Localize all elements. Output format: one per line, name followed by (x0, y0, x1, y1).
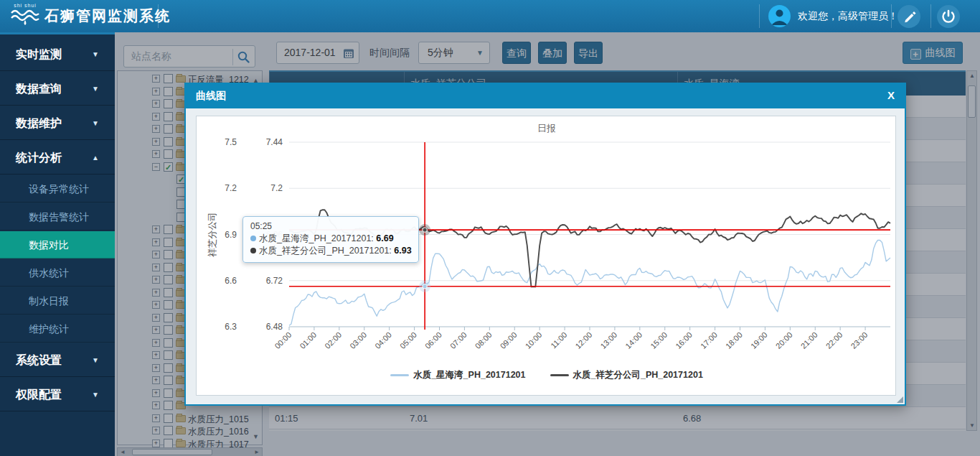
y-axis2-tick-label: 7.2 (270, 183, 283, 193)
sidebar-item-label: 系统设置 (16, 354, 62, 366)
tooltip-row: 水质_祥芝分公司_PH_20171201: 6.93 (250, 245, 411, 257)
x-axis-tick-label: 02:00 (323, 330, 343, 350)
y-axis-tick-label: 7.5 (225, 137, 237, 147)
chevron-down-icon: ▼ (92, 343, 99, 377)
x-axis-tick-label: 20:00 (774, 330, 794, 350)
sidebar-item-label: 设备异常统计 (29, 183, 89, 195)
user-avatar-icon[interactable] (768, 5, 791, 27)
legend-label: 水质_祥芝分公司_PH_20171201 (573, 369, 703, 381)
sidebar-item-label: 制水日报 (29, 295, 69, 307)
sidebar-item-label: 实时监测 (16, 48, 62, 60)
resize-grip-icon[interactable] (897, 396, 903, 403)
tooltip-row: 水质_星海湾_PH_20171201: 6.69 (250, 233, 411, 245)
x-axis-tick-label: 11:00 (549, 330, 568, 350)
close-icon[interactable]: X (887, 89, 895, 101)
modal-title: 曲线图 (196, 90, 226, 103)
series-dot-icon (250, 236, 256, 241)
x-axis-tick-label: 01:00 (298, 330, 318, 350)
x-axis-tick-label: 19:00 (749, 330, 769, 350)
x-axis-tick-label: 16:00 (674, 330, 694, 350)
tooltip-time: 05:25 (250, 221, 411, 231)
app-logo-waves-icon: shi shui (10, 3, 40, 30)
sidebar-item-label: 供水统计 (29, 267, 69, 279)
chevron-down-icon: ▼ (92, 106, 99, 140)
x-axis-tick-label: 04:00 (373, 330, 393, 350)
app-root: shi shui 石狮管网监测系统 欢迎您，高级管理员！ (0, 0, 980, 456)
curve-chart-modal: 曲线图 X 日报 7.57.26.96.66.37.447.26.966.726… (184, 83, 906, 406)
sidebar-subitem-5[interactable]: 数据告警统计 (0, 203, 115, 231)
x-axis-tick-label: 17:00 (699, 330, 719, 350)
series-dot-icon (250, 248, 256, 253)
sidebar-item-label: 数据查询 (16, 83, 62, 95)
x-axis-tick-label: 23:00 (849, 330, 870, 350)
sidebar-subitem-6[interactable]: 数据对比 (0, 231, 115, 259)
y-axis-tick-label: 7.2 (225, 183, 237, 193)
y-axis-tick-label: 6.9 (225, 230, 237, 240)
sidebar-item-label: 权限配置 (16, 388, 62, 401)
hover-marker (423, 284, 427, 289)
legend-item-0[interactable]: 水质_星海湾_PH_20171201 (390, 369, 525, 381)
chart-tooltip: 05:25 水质_星海湾_PH_20171201: 6.69水质_祥芝分公司_P… (242, 216, 419, 263)
header-divider (930, 4, 931, 28)
sidebar-item-1[interactable]: 数据查询▼ (0, 72, 115, 106)
y-axis-tick-label: 6.3 (225, 322, 237, 332)
sidebar-item-label: 数据对比 (29, 239, 69, 251)
chevron-down-icon: ▼ (92, 378, 99, 411)
sidebar-subitem-7[interactable]: 供水统计 (0, 259, 115, 287)
sidebar-accent-line (0, 32, 115, 34)
x-axis-tick-label: 08:00 (473, 330, 494, 350)
x-axis-tick-label: 03:00 (348, 330, 368, 350)
logout-button[interactable] (937, 5, 960, 28)
legend-line-icon (390, 374, 409, 376)
sidebar-item-10[interactable]: 系统设置▼ (0, 343, 115, 377)
chevron-down-icon: ▼ (92, 72, 99, 106)
sidebar-subitem-4[interactable]: 设备异常统计 (0, 175, 115, 203)
hover-marker (423, 228, 427, 232)
sidebar-item-label: 数据维护 (16, 117, 62, 129)
y-axis-name: 祥芝分公司 (207, 212, 217, 258)
power-icon (937, 5, 960, 28)
sidebar-item-3[interactable]: 统计分析▲ (0, 141, 115, 175)
modal-header[interactable]: 曲线图 X (186, 84, 905, 108)
sidebar-subitem-8[interactable]: 制水日报 (0, 287, 115, 315)
x-axis-tick-label: 10:00 (524, 330, 544, 350)
chart-legend: 水质_星海湾_PH_20171201水质_祥芝分公司_PH_20171201 (197, 369, 897, 381)
sidebar-item-11[interactable]: 权限配置▼ (0, 378, 115, 411)
sidebar-subitem-9[interactable]: 维护统计 (0, 315, 115, 343)
x-axis-tick-label: 12:00 (573, 330, 593, 350)
x-axis-tick-label: 22:00 (824, 330, 844, 350)
sidebar-nav: 实时监测▼数据查询▼数据维护▼统计分析▲设备异常统计数据告警统计数据对比供水统计… (0, 32, 115, 456)
x-axis-tick-label: 00:00 (273, 330, 293, 350)
chevron-up-icon: ▲ (92, 141, 99, 175)
welcome-text: 欢迎您，高级管理员！ (798, 10, 898, 23)
sidebar-item-label: 数据告警统计 (29, 211, 89, 223)
x-axis-tick-label: 09:00 (499, 330, 519, 350)
header-divider (759, 4, 760, 28)
x-axis-tick-label: 15:00 (649, 330, 669, 350)
sidebar-item-2[interactable]: 数据维护▼ (0, 106, 115, 140)
y-axis2-tick-label: 6.72 (266, 276, 283, 286)
y-axis2-tick-label: 7.44 (266, 137, 283, 147)
x-axis-tick-label: 13:00 (598, 330, 618, 350)
sidebar-item-0[interactable]: 实时监测▼ (0, 37, 115, 71)
pencil-icon (897, 5, 920, 28)
logo-small-text: shi shui (10, 3, 40, 8)
chart-panel: 日报 7.57.26.96.66.37.447.26.966.726.48祥芝分… (196, 116, 896, 396)
x-axis-tick-label: 05:00 (398, 330, 418, 350)
app-title: 石狮管网监测系统 (44, 6, 171, 26)
y-axis-tick-label: 6.6 (225, 276, 237, 286)
x-axis-tick-label: 06:00 (423, 330, 443, 350)
chevron-down-icon: ▼ (92, 37, 99, 71)
x-axis-tick-label: 18:00 (724, 330, 744, 350)
y-axis2-tick-label: 6.48 (266, 322, 283, 332)
legend-line-icon (550, 374, 569, 376)
header-divider (158, 4, 159, 28)
x-axis-tick-label: 14:00 (623, 330, 644, 350)
sidebar-item-label: 维护统计 (29, 323, 69, 335)
header-divider (891, 4, 892, 28)
legend-label: 水质_星海湾_PH_20171201 (413, 369, 525, 381)
x-axis-tick-label: 21:00 (799, 330, 819, 350)
top-header: shi shui 石狮管网监测系统 欢迎您，高级管理员！ (0, 0, 980, 32)
edit-button[interactable] (897, 5, 920, 28)
legend-item-1[interactable]: 水质_祥芝分公司_PH_20171201 (550, 369, 703, 381)
